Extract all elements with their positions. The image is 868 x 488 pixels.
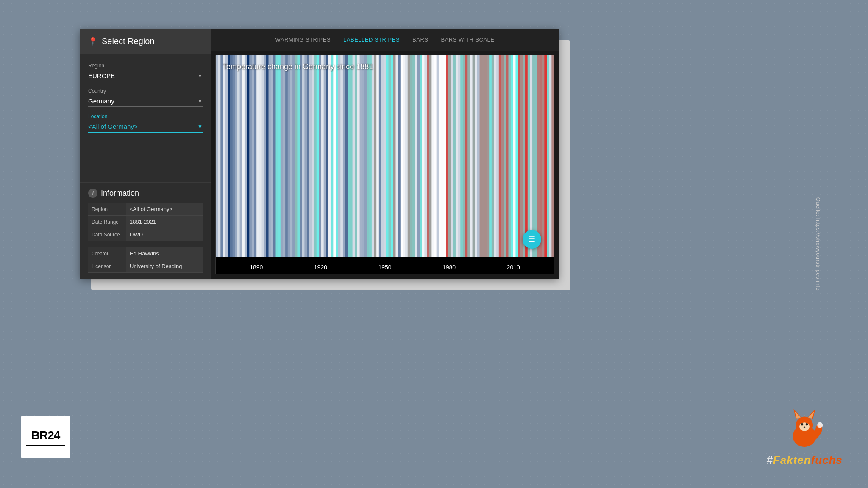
menu-icon: ☰ [529,236,535,243]
country-group: Country Germany ▼ [88,88,203,107]
select-region-title: Select Region [102,36,155,46]
location-label: Location [88,114,203,119]
tabs-bar: WARMING STRIPES LABELLED STRIPES BARS BA… [211,29,559,51]
chart-title: Temperature change in Germany since 1881 [223,62,373,71]
br24-logo: BR24 [21,416,70,458]
fuchs-text: fuchs [811,454,843,466]
info-key-region: Region [88,203,126,216]
chart-area: Temperature change in Germany since 1881… [211,51,559,279]
year-1890: 1890 [250,264,263,271]
region-group: Region EUROPE ▼ [88,63,203,81]
year-1980: 1980 [442,264,456,271]
faktenfuchs-text: #Faktenfuchs [766,454,843,467]
location-select[interactable]: <All of Germany> ▼ [88,121,203,133]
info-key-licensor: Licensor [88,260,126,273]
tab-bars[interactable]: BARS [412,30,428,50]
fakten-text: Fakten [773,454,811,466]
tab-labelled-stripes[interactable]: LABELLED STRIPES [343,30,400,50]
source-url: Quelle: https://showyourstripes.info [815,197,821,291]
year-2010: 2010 [507,264,520,271]
info-val-creator: Ed Hawkins [126,247,203,260]
location-icon: 📍 [88,37,97,46]
region-select[interactable]: EUROPE ▼ [88,70,203,81]
info-val-datasource: DWD [126,228,203,241]
year-1920: 1920 [314,264,327,271]
table-row: Date Range 1881-2021 [88,216,203,228]
location-value: <All of Germany> [88,123,138,130]
br24-line [26,445,65,446]
svg-point-149 [806,423,808,426]
info-val-licensor: University of Reading [126,260,203,273]
table-row: Licensor University of Reading [88,260,203,273]
svg-point-148 [801,423,804,426]
left-panel: 📍 Select Region Region EUROPE ▼ Country … [80,29,211,279]
fab-menu-button[interactable]: ☰ [523,230,541,249]
information-section: i Information Region <All of Germany> Da… [80,182,211,279]
hash-symbol: # [766,454,773,466]
svg-point-150 [803,426,806,428]
location-group: Location <All of Germany> ▼ [88,114,203,133]
year-labels: 1890 1920 1950 1980 2010 [216,264,554,271]
warming-stripes-chart [216,55,554,257]
tab-warming-stripes[interactable]: WARMING STRIPES [275,30,331,50]
info-table: Region <All of Germany> Date Range 1881-… [88,203,203,273]
info-icon: i [88,189,97,198]
country-value: Germany [88,97,114,105]
location-dropdown-arrow: ▼ [198,124,203,130]
table-row: Data Source DWD [88,228,203,241]
info-key-daterange: Date Range [88,216,126,228]
country-select[interactable]: Germany ▼ [88,96,203,107]
table-row: Creator Ed Hawkins [88,247,203,260]
country-dropdown-arrow: ▼ [198,98,203,104]
region-value: EUROPE [88,72,115,79]
fox-icon [781,405,828,452]
info-key-datasource: Data Source [88,228,126,241]
svg-point-151 [817,422,823,428]
info-val-region: <All of Germany> [126,203,203,216]
info-val-daterange: 1881-2021 [126,216,203,228]
br24-text: BR24 [31,429,60,442]
region-label: Region [88,63,203,69]
info-key-creator: Creator [88,247,126,260]
svg-rect-140 [551,55,554,257]
year-1950: 1950 [378,264,391,271]
country-label: Country [88,88,203,94]
select-region-header: 📍 Select Region [80,29,211,54]
form-section: Region EUROPE ▼ Country Germany ▼ Locati… [80,54,211,182]
info-title: Information [101,189,139,198]
chart-container: Temperature change in Germany since 1881… [215,55,554,274]
faktenfuchs-area: #Faktenfuchs [766,405,843,467]
tab-bars-with-scale[interactable]: BARS WITH SCALE [441,30,494,50]
info-header: i Information [88,189,203,198]
region-dropdown-arrow: ▼ [198,73,203,79]
table-row: Region <All of Germany> [88,203,203,216]
right-panel: WARMING STRIPES LABELLED STRIPES BARS BA… [211,29,559,279]
